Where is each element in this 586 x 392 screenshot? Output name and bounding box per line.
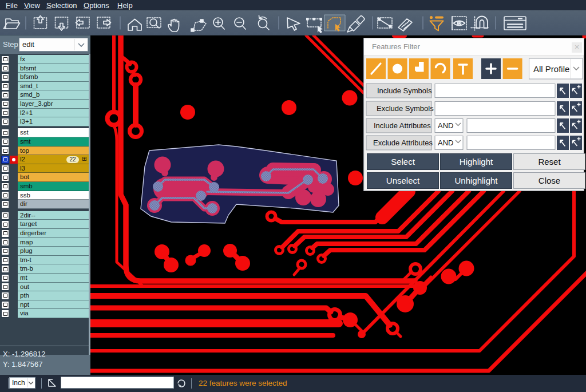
svg-text:AND: AND — [438, 138, 453, 147]
svg-text:Include Symbols: Include Symbols — [377, 86, 432, 95]
svg-text:Include Attributes: Include Attributes — [374, 121, 431, 130]
svg-text:All Profile: All Profile — [533, 64, 569, 74]
svg-text:Exclude Symbols: Exclude Symbols — [377, 104, 434, 113]
svg-text:AND: AND — [438, 121, 453, 130]
svg-text:Exclude Attributes: Exclude Attributes — [373, 138, 433, 147]
